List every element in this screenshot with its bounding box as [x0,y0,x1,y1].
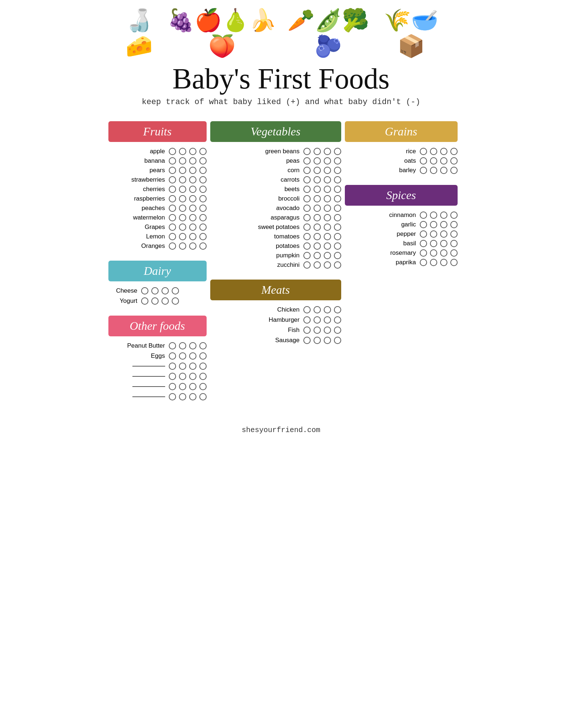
circle[interactable] [189,352,196,360]
circle[interactable] [450,221,458,228]
circle[interactable] [199,205,207,212]
circle[interactable] [314,223,321,231]
circle[interactable] [314,195,321,202]
circle[interactable] [199,342,207,349]
circle[interactable] [303,176,311,183]
circle[interactable] [189,393,196,400]
circle[interactable] [199,363,207,370]
circle[interactable] [440,259,447,266]
circle[interactable] [334,148,341,155]
circle[interactable] [334,205,341,212]
circle[interactable] [303,252,311,259]
circle[interactable] [169,363,176,370]
circle[interactable] [169,176,176,183]
circle[interactable] [324,186,331,193]
circle[interactable] [430,240,437,247]
circle[interactable] [324,306,331,313]
circle[interactable] [440,211,447,219]
circle[interactable] [189,233,196,240]
circle[interactable] [314,167,321,174]
circle[interactable] [169,242,176,250]
circle[interactable] [303,214,311,221]
circle[interactable] [189,176,196,183]
circle[interactable] [303,337,311,344]
circle[interactable] [440,230,447,238]
circle[interactable] [334,261,341,269]
circle[interactable] [169,157,176,165]
circle[interactable] [151,287,159,294]
circle[interactable] [314,337,321,344]
circle[interactable] [430,148,437,155]
circle[interactable] [324,233,331,240]
circle[interactable] [189,148,196,155]
circle[interactable] [199,242,207,250]
circle[interactable] [169,233,176,240]
circle[interactable] [450,240,458,247]
circle[interactable] [303,167,311,174]
circle[interactable] [334,214,341,221]
circle[interactable] [450,157,458,165]
circle[interactable] [430,221,437,228]
circle[interactable] [169,223,176,231]
circle[interactable] [420,157,427,165]
circle[interactable] [420,259,427,266]
circle[interactable] [199,195,207,202]
circle[interactable] [314,242,321,250]
circle[interactable] [303,327,311,334]
circle[interactable] [179,176,186,183]
circle[interactable] [324,205,331,212]
circle[interactable] [334,316,341,324]
circle[interactable] [169,383,176,390]
circle[interactable] [141,297,148,305]
circle[interactable] [440,148,447,155]
circle[interactable] [141,287,148,294]
circle[interactable] [179,352,186,360]
circle[interactable] [189,363,196,370]
circle[interactable] [440,167,447,174]
circle[interactable] [324,223,331,231]
circle[interactable] [314,233,321,240]
circle[interactable] [314,186,321,193]
circle[interactable] [450,230,458,238]
circle[interactable] [430,249,437,257]
circle[interactable] [169,186,176,193]
circle[interactable] [334,186,341,193]
circle[interactable] [189,195,196,202]
circle[interactable] [420,240,427,247]
circle[interactable] [199,373,207,380]
circle[interactable] [189,223,196,231]
circle[interactable] [324,167,331,174]
circle[interactable] [334,176,341,183]
circle[interactable] [199,167,207,174]
circle[interactable] [179,157,186,165]
circle[interactable] [303,316,311,324]
circle[interactable] [179,148,186,155]
circle[interactable] [199,383,207,390]
circle[interactable] [314,148,321,155]
circle[interactable] [303,233,311,240]
circle[interactable] [334,327,341,334]
circle[interactable] [162,297,169,305]
circle[interactable] [324,252,331,259]
circle[interactable] [314,306,321,313]
circle[interactable] [303,186,311,193]
circle[interactable] [450,167,458,174]
circle[interactable] [314,176,321,183]
circle[interactable] [199,393,207,400]
circle[interactable] [324,337,331,344]
circle[interactable] [303,261,311,269]
circle[interactable] [303,242,311,250]
circle[interactable] [324,242,331,250]
circle[interactable] [179,363,186,370]
circle[interactable] [169,373,176,380]
circle[interactable] [420,148,427,155]
circle[interactable] [162,287,169,294]
circle[interactable] [314,261,321,269]
circle[interactable] [314,205,321,212]
circle[interactable] [199,157,207,165]
circle[interactable] [172,297,179,305]
circle[interactable] [440,221,447,228]
circle[interactable] [189,373,196,380]
circle[interactable] [189,157,196,165]
circle[interactable] [430,230,437,238]
